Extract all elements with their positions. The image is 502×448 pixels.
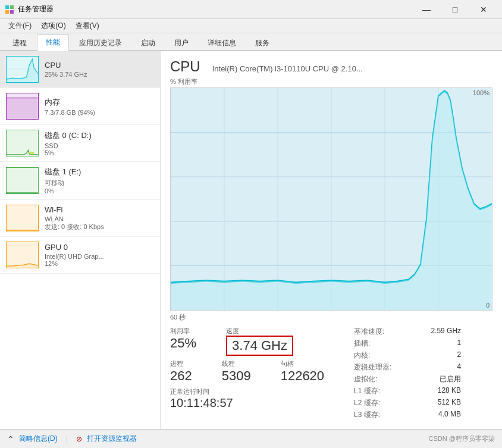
handles-value: 122620: [281, 368, 324, 384]
title-bar-left: 任务管理器: [5, 4, 54, 14]
l3-label: L3 缓存:: [354, 410, 380, 420]
tab-bar: 进程 性能 应用历史记录 启动 用户 详细信息 服务: [0, 33, 502, 51]
tab-performance[interactable]: 性能: [37, 35, 69, 51]
sidebar-disk0-info: 磁盘 0 (C: D:) SSD 5%: [45, 130, 154, 156]
watermark: CSDN @程序员零零柒: [429, 434, 495, 443]
info-col-main: 基准速度: 2.59 GHz 插槽: 1 内核: 2 逻辑处理器: 4: [354, 327, 461, 422]
sidebar-wifi-title: Wi-Fi: [45, 205, 154, 214]
chart-label: % 利用率: [170, 77, 492, 86]
threads-value: 5309: [222, 368, 251, 384]
uptime-label: 正常运行时间: [170, 387, 324, 396]
info-sockets: 插槽: 1: [354, 339, 461, 349]
l2-label: L2 缓存:: [354, 398, 380, 408]
sidebar-cpu-info: CPU 25% 3.74 GHz: [45, 61, 154, 78]
sidebar-item-wifi[interactable]: Wi-Fi WLAN 发送: 0 接收: 0 Kbps: [0, 200, 160, 237]
disk0-mini-chart: [6, 130, 39, 156]
logical-label: 逻辑处理器:: [354, 362, 391, 372]
sockets-label: 插槽:: [354, 339, 370, 349]
sidebar-cpu-sub: 25% 3.74 GHz: [45, 71, 154, 78]
title-bar-controls: — □ ✕: [413, 3, 497, 16]
sidebar-disk1-title: 磁盘 1 (E:): [45, 167, 154, 177]
main-layout: CPU 25% 3.74 GHz 内存 7.3/7.8 GB (94%): [0, 51, 502, 429]
l3-value: 4.0 MB: [438, 410, 461, 420]
info-virt: 虚拟化: 已启用: [354, 374, 461, 384]
monitor-icon: ⊘: [76, 435, 82, 443]
sidebar-gpu-info: GPU 0 Intel(R) UHD Grap... 12%: [45, 243, 154, 267]
svg-rect-8: [29, 152, 34, 154]
cores-value: 2: [457, 350, 461, 361]
speed-value: 3.74 GHz: [232, 338, 287, 353]
tab-app-history[interactable]: 应用历史记录: [70, 35, 131, 51]
virt-value: 已启用: [440, 374, 461, 384]
wifi-mini-chart: [6, 205, 39, 231]
sidebar-item-disk1[interactable]: 磁盘 1 (E:) 可移动 0%: [0, 162, 160, 200]
sidebar-disk0-val: 5%: [45, 149, 154, 156]
disk1-mini-chart: [6, 167, 39, 194]
svg-rect-11: [7, 242, 38, 268]
content-area: CPU Intel(R) Core(TM) i3-10110U CPU @ 2.…: [161, 51, 502, 429]
processes-group: 进程 262: [170, 359, 192, 384]
svg-rect-1: [10, 5, 14, 9]
info-l3: L3 缓存: 4.0 MB: [354, 410, 461, 420]
menu-options[interactable]: 选项(O): [36, 20, 70, 32]
l1-value: 128 KB: [438, 386, 461, 396]
tab-startup[interactable]: 启动: [132, 35, 164, 51]
handles-group: 句柄 122620: [281, 359, 324, 384]
summary-label[interactable]: 简略信息(D): [19, 434, 58, 444]
tab-processes[interactable]: 进程: [4, 35, 36, 51]
chart-max-label: 100%: [473, 89, 490, 96]
sidebar-item-gpu[interactable]: GPU 0 Intel(R) UHD Grap... 12%: [0, 237, 160, 274]
sidebar: CPU 25% 3.74 GHz 内存 7.3/7.8 GB (94%): [0, 51, 161, 429]
menu-bar: 文件(F) 选项(O) 查看(V): [0, 19, 502, 33]
utilization-label: 利用率: [170, 327, 196, 336]
cores-label: 内核:: [354, 350, 370, 361]
menu-file[interactable]: 文件(F): [4, 20, 36, 32]
sidebar-gpu-title: GPU 0: [45, 243, 154, 252]
sidebar-disk1-sub: 可移动: [45, 178, 154, 187]
utilization-value: 25%: [170, 336, 196, 351]
app-icon: [5, 5, 14, 14]
cpu-chart-container: 100% 0: [170, 87, 492, 311]
open-monitor-label[interactable]: 打开资源监视器: [87, 434, 137, 444]
speed-label: 速度: [226, 327, 293, 336]
virt-label: 虚拟化:: [354, 374, 377, 384]
info-base-speed: 基准速度: 2.59 GHz: [354, 327, 461, 337]
sidebar-disk1-info: 磁盘 1 (E:) 可移动 0%: [45, 167, 154, 195]
chart-zero-label: 0: [486, 302, 490, 309]
cpu-model: Intel(R) Core(TM) i3-10110U CPU @ 2.10..…: [212, 64, 363, 73]
speed-group: 速度 3.74 GHz: [226, 327, 293, 356]
tab-users[interactable]: 用户: [165, 35, 197, 51]
sidebar-wifi-info: Wi-Fi WLAN 发送: 0 接收: 0 Kbps: [45, 205, 154, 231]
cpu-header: CPU Intel(R) Core(TM) i3-10110U CPU @ 2.…: [170, 58, 492, 75]
processes-value: 262: [170, 368, 192, 384]
l2-value: 512 KB: [438, 398, 461, 408]
base-speed-value: 2.59 GHz: [431, 327, 461, 337]
sidebar-gpu-val: 12%: [45, 260, 154, 267]
minimize-button[interactable]: —: [413, 3, 440, 16]
maximize-button[interactable]: □: [441, 3, 469, 16]
sidebar-cpu-title: CPU: [45, 61, 154, 70]
l1-label: L1 缓存:: [354, 386, 380, 396]
tab-details[interactable]: 详细信息: [199, 35, 245, 51]
menu-view[interactable]: 查看(V): [71, 20, 104, 32]
sidebar-disk0-sub: SSD: [45, 142, 154, 149]
threads-group: 线程 5309: [222, 359, 251, 384]
cpu-title: CPU: [170, 58, 200, 75]
sidebar-wifi-val: 发送: 0 接收: 0 Kbps: [45, 223, 154, 231]
status-bar: ⌃ 简略信息(D) | ⊘ 打开资源监视器 CSDN @程序员零零柒: [0, 429, 502, 448]
sidebar-item-memory[interactable]: 内存 7.3/7.8 GB (94%): [0, 88, 160, 125]
cpu-mini-chart: [6, 56, 39, 83]
chart-seconds: 60 秒: [170, 313, 492, 322]
close-button[interactable]: ✕: [470, 3, 497, 16]
chevron-up-icon: ⌃: [7, 434, 14, 444]
tab-services[interactable]: 服务: [246, 35, 278, 51]
svg-rect-10: [7, 205, 38, 231]
handles-label: 句柄: [281, 359, 324, 368]
mem-mini-chart: [6, 93, 39, 120]
uptime-value: 10:11:48:57: [170, 396, 324, 410]
sidebar-item-cpu[interactable]: CPU 25% 3.74 GHz: [0, 51, 160, 88]
sidebar-item-disk0[interactable]: 磁盘 0 (C: D:) SSD 5%: [0, 125, 160, 162]
uptime-group: 正常运行时间 10:11:48:57: [170, 387, 324, 410]
info-l1: L1 缓存: 128 KB: [354, 386, 461, 396]
info-l2: L2 缓存: 512 KB: [354, 398, 461, 408]
